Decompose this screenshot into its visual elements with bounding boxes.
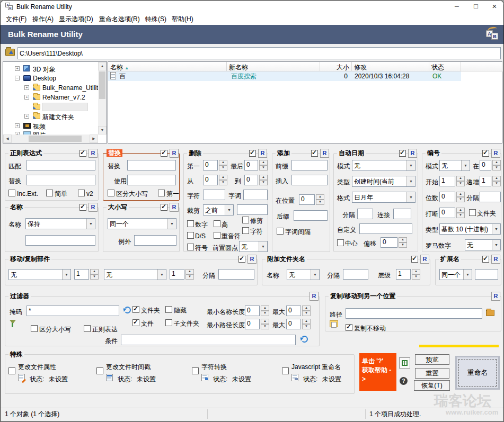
auto-date-offset-spinner[interactable]: 0 bbox=[381, 237, 407, 248]
add-word-space-checkbox[interactable] bbox=[277, 228, 284, 235]
spinner-down-icon[interactable] bbox=[261, 311, 269, 316]
extension-enabled-checkbox[interactable] bbox=[482, 256, 489, 263]
minimize-button[interactable] bbox=[447, 1, 466, 13]
expand-icon[interactable] bbox=[24, 85, 29, 90]
spinner-down-icon[interactable] bbox=[492, 165, 501, 170]
include-ext-checkbox[interactable] bbox=[8, 190, 15, 196]
dropdown-arrow-icon[interactable] bbox=[406, 160, 415, 170]
add-enabled-checkbox[interactable] bbox=[311, 150, 318, 157]
replace-first-checkbox[interactable] bbox=[158, 190, 165, 196]
tree-item-desktop[interactable]: Desktop bbox=[33, 75, 56, 82]
dropdown-arrow-icon[interactable] bbox=[62, 270, 70, 280]
append-folder-levels-spinner[interactable]: 1 bbox=[396, 269, 420, 280]
extension-reset-button[interactable]: R bbox=[491, 255, 500, 264]
folder-up-icon[interactable] bbox=[5, 49, 15, 56]
auto-date-reset-button[interactable]: R bbox=[408, 149, 417, 158]
dropdown-arrow-icon[interactable] bbox=[461, 160, 470, 170]
spinner-down-icon[interactable] bbox=[219, 165, 227, 170]
dropdown-arrow-icon[interactable] bbox=[406, 176, 415, 186]
scroll-down-icon[interactable] bbox=[98, 126, 107, 134]
column-header-size[interactable]: 大小 bbox=[320, 62, 352, 71]
dropdown-arrow-icon[interactable] bbox=[311, 270, 319, 280]
add-insert-input[interactable] bbox=[291, 175, 328, 185]
filters-min-name-spinner[interactable]: 0 bbox=[245, 306, 269, 316]
regex-reset-button[interactable]: R bbox=[89, 149, 98, 158]
numbering-mode-dropdown[interactable]: 无 bbox=[439, 160, 470, 171]
move-copy-from-dropdown[interactable]: 无 bbox=[8, 269, 71, 280]
remove-trim-checkbox[interactable] bbox=[242, 217, 249, 223]
spinner-up-icon[interactable] bbox=[261, 306, 269, 311]
auto-date-format-dropdown[interactable]: 日月年 bbox=[352, 192, 415, 203]
spinner-up-icon[interactable] bbox=[456, 192, 465, 197]
close-button[interactable] bbox=[485, 1, 504, 13]
auto-date-enabled-checkbox[interactable] bbox=[399, 150, 406, 157]
name-reset-button[interactable]: R bbox=[89, 203, 98, 212]
spinner-down-icon[interactable] bbox=[259, 180, 268, 185]
dropdown-arrow-icon[interactable] bbox=[259, 241, 267, 252]
rename-button[interactable]: 重命名 bbox=[455, 356, 500, 390]
replace-reset-button[interactable]: R bbox=[170, 149, 179, 158]
spinner-up-icon[interactable] bbox=[90, 269, 99, 274]
spinner-up-icon[interactable] bbox=[456, 176, 465, 181]
spinner-down-icon[interactable] bbox=[456, 213, 465, 218]
name-fixed-input[interactable] bbox=[25, 235, 95, 246]
filters-files-checkbox[interactable] bbox=[132, 319, 139, 326]
spinner-up-icon[interactable] bbox=[316, 194, 324, 200]
copy-move-path-input[interactable] bbox=[346, 308, 482, 319]
dropdown-arrow-icon[interactable] bbox=[492, 224, 500, 234]
spinner-up-icon[interactable] bbox=[259, 160, 268, 165]
move-copy-parts-reset-button[interactable]: R bbox=[247, 255, 257, 264]
maximize-button[interactable] bbox=[466, 1, 485, 13]
auto-date-type-dropdown[interactable]: 创建时间(当前 bbox=[352, 176, 415, 187]
add-suffix-input[interactable] bbox=[294, 210, 328, 221]
spinner-down-icon[interactable] bbox=[90, 274, 99, 280]
remove-to-spinner[interactable]: 0 bbox=[244, 175, 268, 185]
spinner-up-icon[interactable] bbox=[399, 237, 407, 243]
auto-date-custom-input[interactable] bbox=[359, 223, 412, 234]
filters-reset-button[interactable]: R bbox=[310, 292, 319, 301]
char-translation-checkbox[interactable] bbox=[192, 367, 199, 374]
add-reset-button[interactable]: R bbox=[320, 149, 329, 158]
spinner-down-icon[interactable] bbox=[456, 197, 465, 202]
dropdown-arrow-icon[interactable] bbox=[157, 270, 166, 280]
filters-min-path-spinner[interactable]: 0 bbox=[245, 319, 269, 329]
auto-date-sep-input[interactable] bbox=[357, 209, 373, 219]
append-folder-reset-button[interactable]: R bbox=[420, 255, 429, 264]
append-folder-name-dropdown[interactable]: 无 bbox=[287, 269, 320, 280]
add-prefix-input[interactable] bbox=[291, 160, 328, 170]
auto-date-mode-dropdown[interactable]: 无 bbox=[352, 160, 415, 171]
spinner-down-icon[interactable] bbox=[219, 180, 227, 185]
extension-dropdown[interactable]: 同一个 bbox=[439, 269, 472, 280]
browse-folder-icon[interactable] bbox=[486, 310, 494, 316]
spinner-up-icon[interactable] bbox=[302, 306, 311, 311]
layout-button[interactable] bbox=[399, 357, 410, 369]
filters-match-case-checkbox[interactable] bbox=[31, 325, 38, 332]
regex-replace-input[interactable] bbox=[26, 175, 95, 185]
column-header-modified[interactable]: 修改 bbox=[352, 62, 429, 71]
expand-icon[interactable] bbox=[15, 66, 20, 71]
extension-input[interactable] bbox=[475, 269, 498, 280]
filters-regex-checkbox[interactable] bbox=[84, 325, 91, 332]
dropdown-arrow-icon[interactable] bbox=[463, 270, 472, 280]
spinner-up-icon[interactable] bbox=[412, 269, 420, 274]
name-enabled-checkbox[interactable] bbox=[79, 204, 86, 211]
copy-not-move-checkbox[interactable] bbox=[346, 324, 352, 331]
spinner-up-icon[interactable] bbox=[219, 175, 227, 180]
move-copy-from-count-spinner[interactable]: 1 bbox=[74, 269, 99, 280]
numbering-roman-dropdown[interactable]: 无 bbox=[465, 239, 501, 250]
column-header-name[interactable]: 名称 bbox=[108, 62, 227, 71]
numbering-start-spinner[interactable]: 1 bbox=[439, 176, 465, 186]
collapse-icon[interactable] bbox=[15, 76, 20, 80]
regex-enabled-checkbox[interactable] bbox=[79, 150, 86, 157]
regex-match-input[interactable] bbox=[26, 160, 95, 170]
remove-chars-input[interactable] bbox=[203, 190, 225, 200]
v2-checkbox[interactable] bbox=[78, 190, 85, 196]
remove-from-spinner[interactable]: 0 bbox=[203, 175, 227, 185]
add-at-pos-spinner[interactable]: 0 bbox=[299, 194, 324, 205]
menu-display-options[interactable]: 显示选项(D) bbox=[59, 15, 93, 24]
spinner-down-icon[interactable] bbox=[261, 324, 269, 329]
numbering-at-spinner[interactable]: 0 bbox=[480, 160, 501, 170]
scroll-right-icon[interactable] bbox=[90, 134, 98, 143]
numbering-folder-checkbox[interactable] bbox=[469, 209, 476, 216]
spinner-down-icon[interactable] bbox=[399, 243, 407, 248]
